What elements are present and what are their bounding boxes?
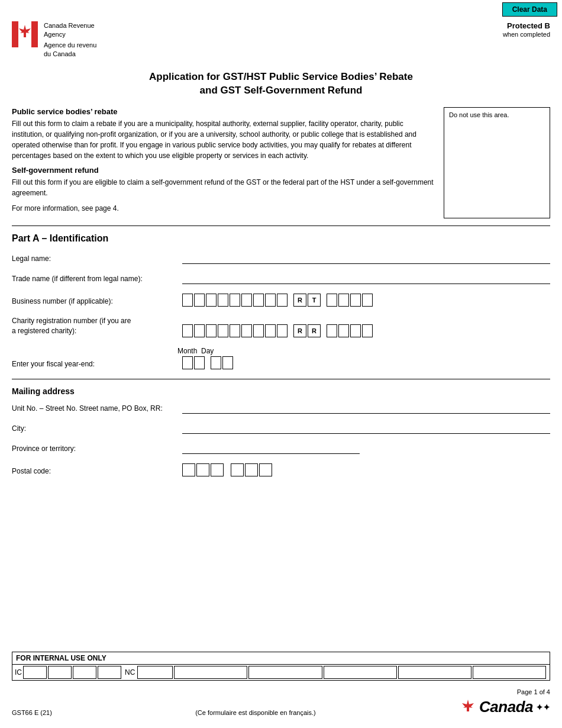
- canada-wordmark: Canada ✦✦: [459, 698, 550, 716]
- bn-box-11[interactable]: [338, 294, 349, 307]
- psb-text: Fill out this form to claim a rebate if …: [12, 118, 434, 161]
- bn-box-10[interactable]: [327, 294, 337, 307]
- ic-field-4[interactable]: [98, 666, 121, 679]
- footer-page: Page 1 of 4: [517, 688, 550, 695]
- province-field[interactable]: [182, 443, 360, 454]
- intro-text: Public service bodies’ rebate Fill out t…: [12, 107, 434, 218]
- internal-extra-4[interactable]: [398, 666, 471, 679]
- cr-box-1[interactable]: [182, 324, 193, 337]
- province-row: Province or territory:: [12, 443, 550, 454]
- bn-box-2[interactable]: [194, 294, 205, 307]
- cr-box-10[interactable]: [327, 324, 337, 337]
- trade-name-label: Trade name (if different from legal name…: [12, 275, 177, 284]
- legal-name-field[interactable]: [182, 253, 550, 264]
- internal-use-header: FOR INTERNAL USE ONLY: [12, 652, 550, 665]
- cr-r-label: R: [293, 324, 306, 337]
- bn-box-6[interactable]: [241, 294, 252, 307]
- business-number-field: R T: [182, 294, 373, 307]
- agency-name: Canada Revenue Agency Agence du revenu d…: [44, 21, 96, 59]
- sg-heading: Self-government refund: [12, 166, 434, 175]
- cr-box-5[interactable]: [230, 324, 240, 337]
- fiscal-box-3[interactable]: [211, 356, 221, 369]
- street-field[interactable]: [182, 403, 550, 414]
- cr-box-13[interactable]: [362, 324, 373, 337]
- intro-section: Public service bodies’ rebate Fill out t…: [12, 107, 550, 218]
- ic-field-2[interactable]: [48, 666, 72, 679]
- business-number-label: Business number (if applicable):: [12, 297, 177, 307]
- svg-rect-1: [31, 21, 38, 47]
- bn-r-label: R: [293, 294, 306, 307]
- postal-code-field: [182, 463, 272, 476]
- ic-label: IC: [15, 668, 23, 677]
- cr-box-7[interactable]: [253, 324, 264, 337]
- svg-rect-4: [467, 707, 469, 711]
- postal-box-5[interactable]: [245, 463, 258, 476]
- ic-field-3[interactable]: [73, 666, 96, 679]
- canada-wordmark-icon: [459, 698, 477, 716]
- bn-box-3[interactable]: [206, 294, 217, 307]
- postal-box-6[interactable]: [259, 463, 272, 476]
- bn-box-4[interactable]: [218, 294, 228, 307]
- fiscal-box-1[interactable]: [182, 356, 193, 369]
- fiscal-field-row: Enter your fiscal year-end:: [12, 356, 550, 369]
- ic-field-1[interactable]: [23, 666, 47, 679]
- city-field[interactable]: [182, 423, 550, 434]
- nc-label: NC: [122, 668, 137, 677]
- legal-name-row: Legal name:: [12, 253, 550, 264]
- postal-box-1[interactable]: [182, 463, 195, 476]
- fiscal-year-section: Month Day Enter your fiscal year-end:: [12, 347, 550, 369]
- bn-box-7[interactable]: [253, 294, 264, 307]
- province-label: Province or territory:: [12, 444, 177, 454]
- internal-extra-2[interactable]: [248, 666, 322, 679]
- cr-box-12[interactable]: [350, 324, 361, 337]
- fiscal-box-2[interactable]: [194, 356, 205, 369]
- sg-text: Fill out this form if you are eligible t…: [12, 177, 434, 198]
- charity-number-label: Charity registration number (if you area…: [12, 316, 177, 337]
- cr-box-11[interactable]: [338, 324, 349, 337]
- internal-extra-5[interactable]: [473, 666, 546, 679]
- city-label: City:: [12, 424, 177, 434]
- cr-box-3[interactable]: [206, 324, 217, 337]
- street-label: Unit No. – Street No. Street name, PO Bo…: [12, 404, 177, 414]
- footer-french-note: (Ce formulaire est disponible en françai…: [195, 709, 316, 716]
- bn-box-13[interactable]: [362, 294, 373, 307]
- bn-box-12[interactable]: [350, 294, 361, 307]
- cr-box-6[interactable]: [241, 324, 252, 337]
- postal-label: Postal code:: [12, 467, 177, 476]
- bn-box-9[interactable]: [277, 294, 288, 307]
- page-header: Canada Revenue Agency Agence du revenu d…: [0, 19, 562, 64]
- trade-name-field[interactable]: [182, 273, 550, 284]
- postal-box-2[interactable]: [196, 463, 209, 476]
- fiscal-box-4[interactable]: [222, 356, 233, 369]
- cr-box-9[interactable]: [277, 324, 288, 337]
- cr-box-2[interactable]: [194, 324, 205, 337]
- bn-box-5[interactable]: [230, 294, 240, 307]
- internal-use-section: FOR INTERNAL USE ONLY IC NC: [12, 652, 550, 681]
- legal-name-label: Legal name:: [12, 255, 177, 264]
- section-divider-2: [12, 379, 550, 379]
- fiscal-label: Enter your fiscal year-end:: [12, 360, 177, 369]
- nc-field-1[interactable]: [137, 666, 173, 679]
- form-title: Application for GST/HST Public Service B…: [0, 64, 562, 108]
- business-number-row: Business number (if applicable): R T: [12, 294, 550, 307]
- more-info: For more information, see page 4.: [12, 203, 434, 214]
- bn-box-1[interactable]: [182, 294, 193, 307]
- footer-form-code: GST66 E (21): [12, 709, 52, 716]
- section-divider-1: [12, 226, 550, 226]
- logo-area: Canada Revenue Agency Agence du revenu d…: [12, 21, 96, 59]
- street-row: Unit No. – Street No. Street name, PO Bo…: [12, 403, 550, 414]
- svg-rect-0: [12, 21, 18, 47]
- postal-box-3[interactable]: [211, 463, 224, 476]
- postal-row: Postal code:: [12, 463, 550, 476]
- internal-extra-1[interactable]: [174, 666, 247, 679]
- internal-extra-3[interactable]: [324, 666, 397, 679]
- clear-data-button[interactable]: Clear Data: [502, 2, 557, 17]
- page-footer: GST66 E (21) (Ce formulaire est disponib…: [12, 688, 550, 716]
- internal-use-fields: IC NC: [12, 665, 550, 680]
- bn-box-8[interactable]: [265, 294, 276, 307]
- cr-box-8[interactable]: [265, 324, 276, 337]
- cr-r2-label: R: [308, 324, 321, 337]
- protected-b-label: Protected B when completed: [503, 21, 550, 38]
- postal-box-4[interactable]: [231, 463, 244, 476]
- cr-box-4[interactable]: [218, 324, 228, 337]
